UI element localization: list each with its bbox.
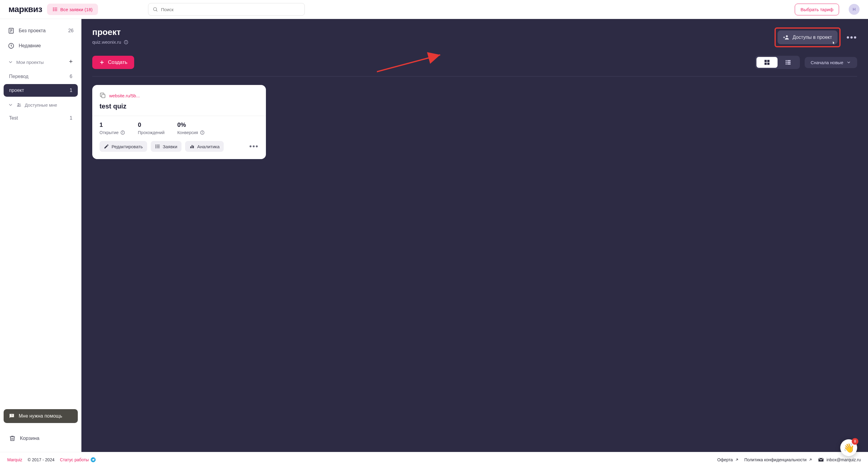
topbar: марквиз Все заявки (18) Выбрать тариф Н (0, 0, 868, 19)
pencil-icon (104, 144, 109, 149)
svg-text:?: ? (11, 414, 12, 417)
help-button[interactable]: ? Мне нужна помощь (4, 409, 78, 423)
trash-button[interactable]: Корзина (4, 431, 78, 446)
stat-value: 1 (99, 122, 125, 128)
sort-label: Сначала новые (811, 60, 843, 65)
stat-value: 0% (177, 122, 205, 128)
trash-icon (9, 435, 16, 442)
sidebar: Без проекта 26 Недавние Мои проекты Пере… (0, 19, 82, 452)
external-link-icon (735, 458, 739, 462)
trash-label: Корзина (20, 435, 39, 441)
project-access-button[interactable]: Доступы в проект (778, 30, 838, 44)
sidebar-item-label: Без проекта (19, 28, 45, 33)
sidebar-item-recent[interactable]: Недавние (4, 39, 78, 53)
email-text: inbox@marquiz.ru (827, 457, 861, 462)
svg-point-6 (153, 7, 157, 11)
card-url-row[interactable]: website.ru/5b... (99, 92, 259, 99)
sidebar-project-item[interactable]: проект 1 (4, 84, 78, 97)
stat-conversion: 0% Конверсия (177, 122, 205, 135)
svg-rect-34 (787, 62, 790, 63)
card-stats: 1 Открытие 0 Прохождений 0% Конверсия (99, 122, 259, 135)
grid-view-button[interactable] (756, 57, 778, 68)
svg-rect-33 (785, 62, 786, 63)
stat-label: Открытие (99, 130, 125, 135)
svg-point-21 (786, 35, 787, 37)
email-link[interactable]: inbox@marquiz.ru (818, 457, 861, 463)
search-input[interactable] (161, 7, 300, 12)
privacy-link[interactable]: Политика конфиденциальности (744, 457, 813, 462)
sidebar-item-label: Недавние (19, 43, 41, 48)
offer-link[interactable]: Оферта (717, 457, 739, 462)
clock-icon (8, 42, 14, 49)
stat-completions: 0 Прохождений (138, 122, 165, 135)
quiz-card[interactable]: website.ru/5b... test quiz 1 Открытие 0 … (92, 85, 266, 159)
analytics-button[interactable]: Аналитика (185, 141, 224, 152)
select-plan-button[interactable]: Выбрать тариф (795, 4, 839, 15)
svg-point-3 (53, 8, 54, 8)
list-view-button[interactable] (778, 57, 799, 68)
cursor-icon (831, 40, 836, 45)
stat-opens: 1 Открытие (99, 122, 125, 135)
privacy-label: Политика конфиденциальности (744, 457, 807, 462)
svg-rect-32 (787, 60, 790, 62)
sidebar-item-count: 1 (70, 88, 72, 93)
mail-icon (818, 457, 824, 463)
person-add-icon (783, 34, 789, 41)
access-label: Доступы в проект (793, 35, 832, 40)
chevron-down-icon (846, 60, 851, 65)
sort-button[interactable]: Сначала новые (805, 57, 857, 68)
all-requests-button[interactable]: Все заявки (18) (47, 4, 98, 15)
add-project-button[interactable] (68, 58, 73, 66)
sidebar-section-shared[interactable]: Доступные мне (4, 98, 78, 110)
edit-button[interactable]: Редактировать (99, 141, 147, 152)
chat-fab[interactable]: 👋 8 (840, 439, 857, 456)
stat-label: Конверсия (177, 130, 205, 135)
svg-point-15 (18, 103, 19, 105)
project-more-button[interactable]: ••• (846, 33, 857, 42)
status-link[interactable]: Статус работы (60, 457, 96, 463)
divider (92, 116, 266, 116)
requests-button[interactable]: Заявки (151, 141, 182, 152)
sidebar-item-count: 1 (70, 115, 72, 121)
svg-point-16 (19, 104, 21, 105)
sidebar-project-item[interactable]: Перевод 6 (4, 70, 78, 83)
chevron-down-icon (8, 102, 13, 107)
edit-label: Редактировать (112, 144, 143, 149)
svg-rect-30 (767, 63, 769, 65)
sidebar-item-count: 26 (68, 28, 73, 33)
fab-badge: 8 (852, 438, 858, 445)
external-link-icon (808, 458, 812, 462)
avatar[interactable]: Н (849, 4, 860, 15)
status-label: Статус работы (60, 457, 89, 462)
sidebar-item-label: Перевод (9, 74, 28, 79)
sidebar-section-my-projects[interactable]: Мои проекты (4, 54, 78, 69)
footer-copyright: © 2017 - 2024 (28, 457, 55, 462)
bar-chart-icon (189, 144, 195, 149)
search-icon (153, 7, 158, 12)
svg-point-20 (126, 41, 126, 41)
sidebar-item-label: Test (9, 115, 18, 121)
info-icon (200, 130, 205, 135)
svg-point-40 (123, 131, 123, 132)
create-button[interactable]: Создать (92, 56, 134, 69)
stat-label: Прохождений (138, 130, 165, 135)
sidebar-shared-item[interactable]: Test 1 (4, 112, 78, 125)
project-title: проект (92, 27, 128, 37)
card-url-text: website.ru/5b... (109, 93, 140, 98)
footer: Marquiz © 2017 - 2024 Статус работы Офер… (0, 452, 868, 467)
grid-icon (764, 59, 770, 66)
highlight-box: Доступы в проект (775, 27, 841, 47)
svg-rect-31 (785, 60, 786, 62)
card-more-button[interactable]: ••• (249, 142, 259, 151)
create-label: Создать (108, 59, 127, 65)
sidebar-item-no-project[interactable]: Без проекта 26 (4, 24, 78, 38)
search-input-wrapper[interactable] (148, 3, 305, 16)
footer-brand[interactable]: Marquiz (7, 457, 22, 462)
project-url: quiz.weonix.ru (92, 39, 121, 44)
telegram-icon (90, 457, 96, 463)
svg-line-7 (156, 10, 157, 11)
help-chat-icon: ? (8, 413, 15, 420)
svg-rect-29 (764, 63, 766, 65)
info-icon (124, 40, 128, 44)
svg-point-5 (53, 10, 54, 11)
